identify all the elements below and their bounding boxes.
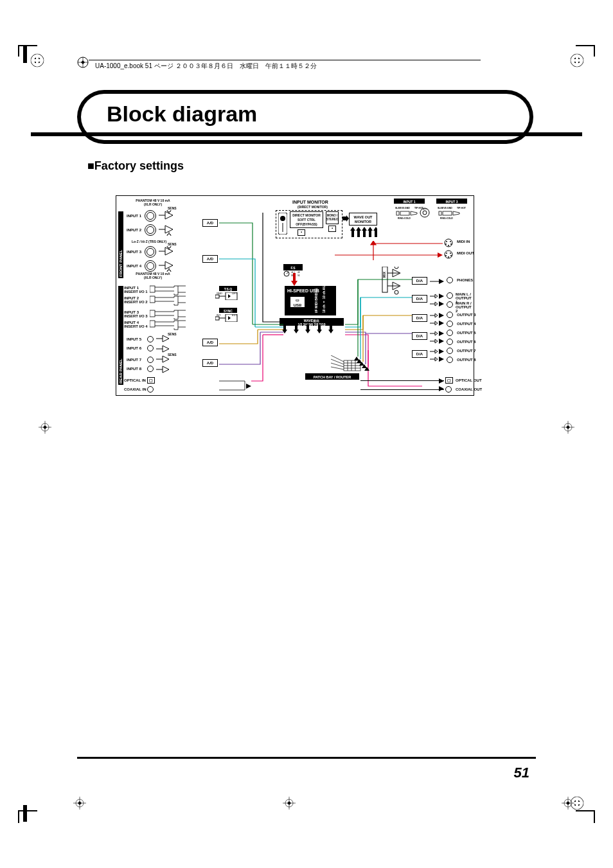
out7: [447, 348, 453, 354]
lbl-out7: OUTPUT 7: [457, 349, 476, 353]
svg-marker-99: [163, 335, 169, 342]
guide-bl-v: [18, 811, 19, 823]
svg-marker-101: [163, 346, 169, 352]
svg-rect-80: [150, 310, 155, 317]
guide-br-v: [594, 811, 595, 823]
blk-ad12: A/D: [202, 219, 218, 227]
usb-port: ▭USB: [290, 296, 305, 308]
bottom-crop-left: [73, 797, 86, 810]
svg-line-119: [331, 355, 344, 362]
rca-in6: [147, 345, 154, 351]
xlr-in2: [145, 224, 155, 235]
blk-soft-ctrl: DIRECT MONITOR SOFT CTRL OFF(BYPASS): [290, 211, 323, 228]
bus-left: [219, 209, 283, 395]
svg-text:48: 48: [298, 271, 300, 274]
lbl-coax-out: COAXIAL OUT: [456, 387, 482, 391]
svg-marker-105: [163, 366, 169, 373]
lbl-midi-in: MIDI IN: [457, 240, 470, 244]
left-black-bar: [23, 46, 27, 63]
svg-point-157: [395, 267, 398, 269]
svg-point-151: [448, 256, 449, 258]
svg-marker-173: [435, 321, 438, 325]
xlr-in3: [145, 246, 155, 256]
svg-marker-188: [439, 386, 444, 391]
lbl-ins3: INPUT 3 INSERT I/O 3: [124, 310, 148, 318]
svg-text:RING:COLD: RING:COLD: [440, 217, 453, 220]
svg-marker-134: [246, 384, 251, 389]
lbl-in6: INPUT 6: [127, 346, 141, 350]
svg-rect-54: [439, 211, 441, 215]
xlr-in1: [145, 210, 155, 220]
svg-marker-18: [43, 425, 47, 429]
lbl-out2: MAIN R / OUTPUT 2: [456, 301, 474, 313]
svg-marker-152: [371, 241, 376, 245]
arr56: [430, 330, 447, 345]
lbl-audio-bus: 10 ch × 10 ch AUDIO BUS: [322, 290, 326, 313]
coax-in-icon: [147, 386, 154, 393]
lbl-out4: OUTPUT 4: [457, 322, 476, 326]
blk-mono-stereo: MONO / STEREO: [326, 211, 339, 224]
side-crop-right: [562, 421, 574, 434]
bottom-crop-center: [283, 797, 296, 810]
lbl-input4: INPUT 4: [127, 264, 141, 268]
lbl-out6: OUTPUT 6: [457, 340, 476, 344]
arr78: [430, 348, 447, 363]
mono-stereo-switch: ▪: [328, 226, 336, 232]
blk-fs: F.S: [283, 264, 303, 270]
lbl-in8: INPUT 8: [127, 367, 141, 371]
svg-point-143: [445, 244, 447, 245]
arr34: [430, 312, 447, 327]
wire-dig-out: [360, 380, 444, 381]
lbl-midi-bridge: I/F MIDI BRIDGE: [314, 290, 318, 313]
gain12: [159, 210, 178, 236]
svg-point-72: [167, 270, 171, 272]
svg-marker-42: [342, 215, 349, 222]
wire-dig-out2: [360, 389, 444, 390]
svg-marker-26: [287, 801, 291, 805]
midi-icons: [443, 238, 454, 259]
svg-marker-168: [439, 301, 444, 306]
svg-point-144: [450, 244, 452, 245]
svg-marker-180: [439, 339, 444, 344]
svg-marker-133: [291, 273, 298, 286]
mix-block: [380, 267, 405, 305]
lbl-input3: INPUT 3: [127, 250, 141, 254]
svg-rect-55: [443, 211, 452, 215]
svg-text:96: 96: [298, 274, 300, 277]
svg-rect-45: [396, 211, 399, 215]
blk-da-main: D/A: [412, 295, 427, 303]
slug-line: [89, 60, 481, 60]
lbl-opt-in: OPTICAL IN: [124, 378, 146, 382]
svg-marker-38: [81, 60, 85, 64]
footer-rule: [77, 757, 536, 759]
blk-ad56: A/D: [202, 339, 218, 346]
svg-marker-177: [439, 331, 444, 336]
svg-rect-77: [150, 296, 155, 303]
guide-tl-h: [18, 45, 37, 46]
rca-in8: [147, 366, 154, 372]
blk-da78: D/A: [412, 350, 427, 358]
lbl-phantom12: PHANTOM 48 V 10 mA (XLR ONLY): [130, 199, 175, 206]
lbl-input-monitor: INPUT MONITOR: [292, 200, 328, 204]
rca-in5: [147, 336, 154, 342]
arrow-da-phones: [430, 277, 447, 286]
svg-point-141: [446, 241, 447, 242]
arrow-main: [430, 292, 447, 308]
svg-text:SLEEVE:GND: SLEEVE:GND: [438, 207, 452, 209]
lbl-midi-out: MIDI OUT: [457, 251, 474, 255]
guide-bl-h: [18, 810, 37, 811]
svg-point-49: [423, 211, 427, 215]
svg-marker-129: [294, 324, 299, 333]
lbl-out3: OUTPUT 3: [457, 313, 476, 317]
svg-line-122: [331, 367, 344, 369]
guide-tl-v: [18, 45, 19, 57]
svg-rect-154: [382, 267, 387, 292]
svg-point-147: [446, 252, 447, 254]
section-heading: ■Factory settings: [87, 159, 184, 173]
svg-point-68: [167, 246, 171, 248]
svg-rect-83: [150, 321, 155, 327]
svg-marker-174: [439, 321, 444, 326]
crop-mark-top-left: [28, 51, 46, 69]
out4: [447, 321, 453, 327]
svg-marker-56: [453, 211, 459, 215]
